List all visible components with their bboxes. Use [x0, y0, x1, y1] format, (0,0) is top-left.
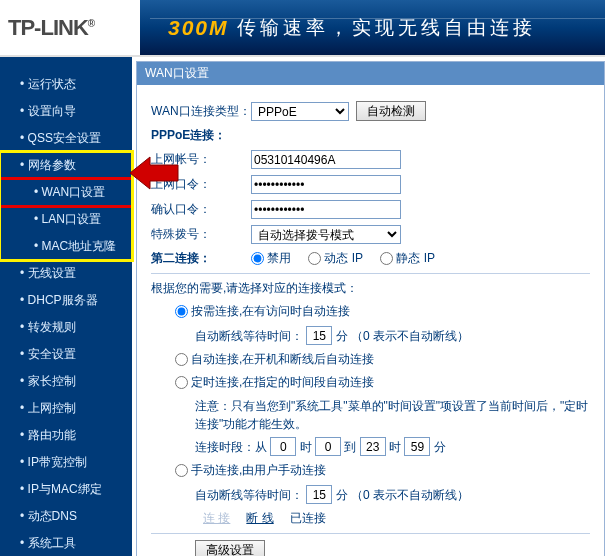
highlight-wan: WAN口设置 — [0, 179, 132, 206]
ondemand-idle-input[interactable] — [306, 326, 332, 345]
conn-status: 已连接 — [290, 510, 326, 527]
conn-type-label: WAN口连接类型： — [151, 103, 251, 120]
second-label: 第二连接： — [151, 250, 251, 267]
mode-ondemand[interactable]: 按需连接,在有访问时自动连接 — [175, 303, 350, 320]
timed-from-m[interactable] — [315, 437, 341, 456]
sidebar-item-qss[interactable]: QSS安全设置 — [0, 125, 132, 152]
mode-ondemand-sub: 自动断线等待时间： 分 （0 表示不自动断线） — [195, 326, 590, 345]
manual-idle-input[interactable] — [306, 485, 332, 504]
sidebar-item-wireless[interactable]: 无线设置 — [0, 260, 132, 287]
sidebar-item-system[interactable]: 系统工具 — [0, 530, 132, 556]
timed-to-h[interactable] — [360, 437, 386, 456]
panel-title: WAN口设置 — [137, 62, 604, 85]
sidebar-item-bandwidth[interactable]: IP带宽控制 — [0, 449, 132, 476]
advanced-button[interactable]: 高级设置 — [195, 540, 265, 556]
header: TP-LINK® 300M 传输速率，实现无线自由连接 — [0, 0, 605, 57]
confirm-label: 确认口令： — [151, 201, 251, 218]
logo-area: TP-LINK® — [0, 0, 140, 55]
mode-timed[interactable]: 定时连接,在指定的时间段自动连接 — [175, 374, 374, 391]
sidebar-item-lan[interactable]: LAN口设置 — [0, 206, 132, 233]
mode-hint: 根据您的需要,请选择对应的连接模式： — [151, 280, 358, 297]
pppoe-label: PPPoE连接： — [151, 127, 226, 144]
sidebar-item-network[interactable]: 网络参数 — [0, 152, 132, 179]
conn-type-select[interactable]: PPPoE — [251, 102, 349, 121]
banner-speed: 300M — [168, 16, 229, 40]
mode-manual-sub: 自动断线等待时间： 分 （0 表示不自动断线） — [195, 485, 590, 504]
second-opt-dhcp[interactable]: 动态 IP — [308, 251, 363, 265]
content: WAN口设置 WAN口连接类型： PPPoE 自动检测 PPPoE连接： 上网帐… — [132, 57, 605, 556]
svg-marker-0 — [130, 157, 178, 189]
sidebar-item-ddns[interactable]: 动态DNS — [0, 503, 132, 530]
sidebar-item-forward[interactable]: 转发规则 — [0, 314, 132, 341]
banner: 300M 传输速率，实现无线自由连接 — [140, 0, 605, 55]
sidebar-item-access[interactable]: 上网控制 — [0, 395, 132, 422]
sidebar-item-wan[interactable]: WAN口设置 — [0, 179, 132, 206]
sidebar-item-parental[interactable]: 家长控制 — [0, 368, 132, 395]
mode-timed-note: 注意：只有当您到"系统工具"菜单的"时间设置"项设置了当前时间后，"定时连接"功… — [195, 397, 590, 433]
logo-text: TP-LINK® — [8, 15, 94, 41]
sidebar-item-mac[interactable]: MAC地址克隆 — [0, 233, 132, 260]
annotation-arrow-wan — [130, 155, 180, 191]
sidebar: 运行状态 设置向导 QSS安全设置 网络参数 WAN口设置 LAN口设置 MAC… — [0, 57, 132, 556]
wan-panel: WAN口设置 WAN口连接类型： PPPoE 自动检测 PPPoE连接： 上网帐… — [136, 61, 605, 556]
connect-button[interactable]: 连 接 — [195, 510, 238, 527]
second-opt-static[interactable]: 静态 IP — [380, 251, 435, 265]
sidebar-item-ipmac[interactable]: IP与MAC绑定 — [0, 476, 132, 503]
special-label: 特殊拨号： — [151, 226, 251, 243]
timed-from-h[interactable] — [270, 437, 296, 456]
second-opt-disable[interactable]: 禁用 — [251, 251, 291, 265]
second-conn-group: 禁用 动态 IP 静态 IP — [251, 250, 449, 267]
confirm-input[interactable] — [251, 200, 401, 219]
timed-to-m[interactable] — [404, 437, 430, 456]
mode-manual[interactable]: 手动连接,由用户手动连接 — [175, 462, 326, 479]
pass-input[interactable] — [251, 175, 401, 194]
sidebar-item-dhcp[interactable]: DHCP服务器 — [0, 287, 132, 314]
disconnect-button[interactable]: 断 线 — [238, 510, 281, 527]
special-select[interactable]: 自动选择拨号模式 — [251, 225, 401, 244]
auto-detect-button[interactable]: 自动检测 — [356, 101, 426, 121]
sidebar-item-routing[interactable]: 路由功能 — [0, 422, 132, 449]
mode-auto[interactable]: 自动连接,在开机和断线后自动连接 — [175, 351, 374, 368]
highlight-network-group: 网络参数 WAN口设置 LAN口设置 MAC地址克隆 — [0, 152, 132, 260]
sidebar-item-wizard[interactable]: 设置向导 — [0, 98, 132, 125]
sidebar-item-status[interactable]: 运行状态 — [0, 71, 132, 98]
mode-timed-range: 连接时段：从 时 到 时 分 — [195, 437, 590, 456]
sidebar-item-security[interactable]: 安全设置 — [0, 341, 132, 368]
user-input[interactable] — [251, 150, 401, 169]
